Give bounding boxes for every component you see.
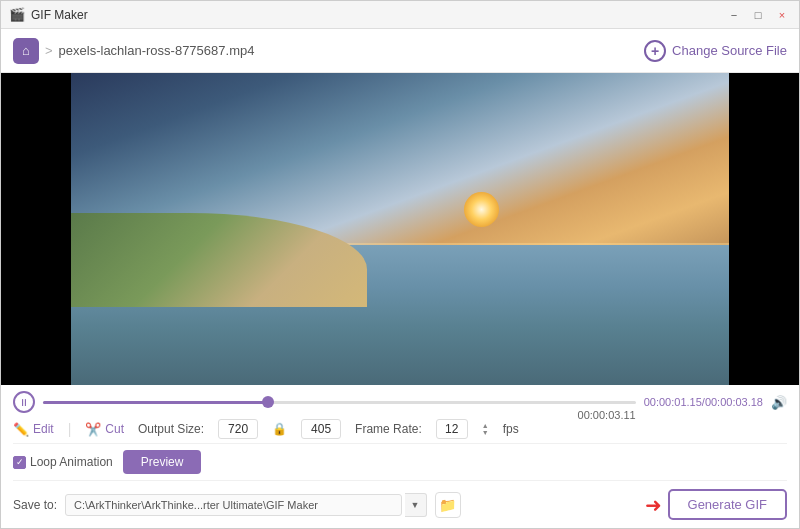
framerate-label: Frame Rate: (355, 422, 422, 436)
folder-icon: 📁 (439, 497, 456, 513)
preview-button[interactable]: Preview (123, 450, 202, 474)
loop-label: Loop Animation (30, 455, 113, 469)
close-button[interactable]: × (773, 6, 791, 24)
cut-label: Cut (105, 422, 124, 436)
saveto-label: Save to: (13, 498, 57, 512)
time-display: 00:00:01.15/00:00:03.18 (644, 396, 763, 408)
arrow-icon: ➜ (645, 493, 662, 517)
maximize-button[interactable]: □ (749, 6, 767, 24)
seekbar-track[interactable] (43, 401, 636, 404)
title-bar-controls: − □ × (725, 6, 791, 24)
spin-down-button[interactable]: ▼ (482, 429, 489, 436)
main-window: 🎬 GIF Maker − □ × ⌂ > pexels-lachlan-ros… (0, 0, 800, 529)
add-icon: + (644, 40, 666, 62)
saveto-path-input[interactable] (65, 494, 401, 516)
loop-checkbox[interactable]: ✓ (13, 456, 26, 469)
settings-row: ✏️ Edit | ✂️ Cut Output Size: 🔒 Frame Ra… (13, 415, 787, 444)
video-frame (71, 73, 729, 385)
title-bar-left: 🎬 GIF Maker (9, 7, 88, 22)
open-folder-button[interactable]: 📁 (435, 492, 461, 518)
cut-button[interactable]: ✂️ Cut (85, 422, 124, 437)
framerate-spinner[interactable]: ▲ ▼ (482, 422, 489, 436)
controls-area: ⏸ 00:00:03.11 00:00:01.15/00:00:03.18 🔊 … (1, 385, 799, 528)
generate-gif-button[interactable]: Generate GIF (668, 489, 787, 520)
play-pause-icon: ⏸ (19, 397, 29, 408)
time-tooltip: 00:00:03.11 (578, 409, 636, 421)
arrow-container: ➜ Generate GIF (469, 489, 787, 520)
saveto-dropdown-button[interactable]: ▼ (405, 493, 427, 517)
height-input[interactable] (301, 419, 341, 439)
home-icon[interactable]: ⌂ (13, 38, 39, 64)
time-current: 00:00:01.15 (644, 396, 702, 408)
breadcrumb: ⌂ > pexels-lachlan-ross-8775687.mp4 (13, 38, 644, 64)
seekbar-thumb[interactable] (262, 396, 274, 408)
lock-icon[interactable]: 🔒 (272, 422, 287, 436)
title-bar: 🎬 GIF Maker − □ × (1, 1, 799, 29)
loop-checkbox-container: ✓ Loop Animation (13, 455, 113, 469)
width-input[interactable] (218, 419, 258, 439)
saveto-row: Save to: ▼ 📁 ➜ Generate GIF (13, 481, 787, 524)
edit-label: Edit (33, 422, 54, 436)
video-preview (1, 73, 799, 385)
fps-label: fps (503, 422, 519, 436)
edit-button[interactable]: ✏️ Edit (13, 422, 54, 437)
breadcrumb-separator: > (45, 43, 53, 58)
settings-separator: | (68, 421, 72, 437)
loop-row: ✓ Loop Animation Preview (13, 444, 787, 481)
minimize-button[interactable]: − (725, 6, 743, 24)
sand-visual (71, 213, 367, 307)
seekbar-fill (43, 401, 268, 404)
toolbar: ⌂ > pexels-lachlan-ross-8775687.mp4 + Ch… (1, 29, 799, 73)
volume-icon[interactable]: 🔊 (771, 395, 787, 410)
video-preview-area (1, 73, 799, 385)
spin-up-button[interactable]: ▲ (482, 422, 489, 429)
sun-visual (464, 192, 499, 227)
output-size-label: Output Size: (138, 422, 204, 436)
change-source-label: Change Source File (672, 43, 787, 58)
edit-icon: ✏️ (13, 422, 29, 437)
change-source-button[interactable]: + Change Source File (644, 40, 787, 62)
seekbar-container: 00:00:03.11 (43, 395, 636, 409)
framerate-input[interactable] (436, 419, 468, 439)
cut-icon: ✂️ (85, 422, 101, 437)
app-icon: 🎬 (9, 7, 25, 22)
app-title: GIF Maker (31, 8, 88, 22)
play-pause-button[interactable]: ⏸ (13, 391, 35, 413)
time-total: 00:00:03.18 (705, 396, 763, 408)
breadcrumb-filename: pexels-lachlan-ross-8775687.mp4 (59, 43, 255, 58)
seekbar-row: ⏸ 00:00:03.11 00:00:01.15/00:00:03.18 🔊 (13, 391, 787, 413)
